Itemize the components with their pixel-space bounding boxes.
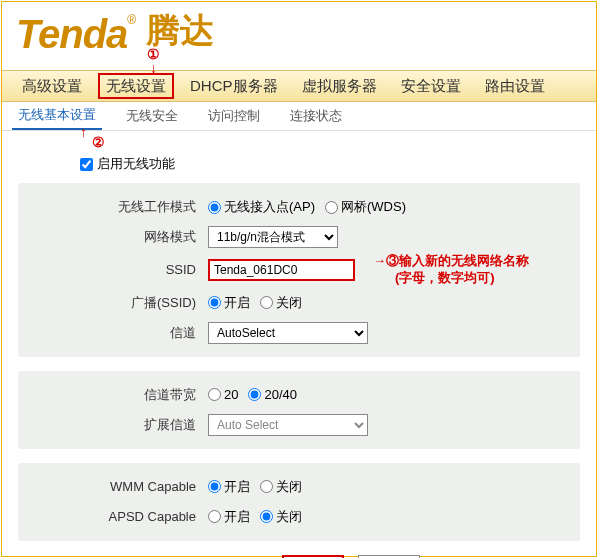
tab-advanced[interactable]: 高级设置 xyxy=(14,73,90,99)
logo-reg: ® xyxy=(127,13,136,27)
radio-wmm-on-label: 开启 xyxy=(224,478,250,496)
radio-apsd-on-label: 开启 xyxy=(224,508,250,526)
radio-wmm-on[interactable] xyxy=(208,480,221,493)
annotation-3-line1: ③输入新的无线网络名称 xyxy=(386,253,529,268)
subtab-basic[interactable]: 无线基本设置 xyxy=(12,102,102,130)
label-channel: 信道 xyxy=(18,324,208,342)
label-net-mode: 网络模式 xyxy=(18,228,208,246)
input-ssid[interactable] xyxy=(208,259,355,281)
logo-brand: Tenda xyxy=(16,12,127,56)
arrow-down-icon: ↓ xyxy=(150,60,157,76)
annotation-1: ① ↓ xyxy=(147,46,160,62)
label-ssid: SSID xyxy=(18,262,208,277)
tab-virtual-server[interactable]: 虚拟服务器 xyxy=(294,73,385,99)
tab-routing[interactable]: 路由设置 xyxy=(477,73,553,99)
radio-broadcast-on-label: 开启 xyxy=(224,294,250,312)
tab-wireless[interactable]: 无线设置 xyxy=(98,73,174,99)
label-apsd: APSD Capable xyxy=(18,509,208,524)
enable-wireless-label: 启用无线功能 xyxy=(97,155,175,173)
block-basic: 无线工作模式 无线接入点(AP) 网桥(WDS) 网络模式 11b/g/n混合模… xyxy=(18,183,580,357)
logo-area: Tenda®腾达 ① ↓ xyxy=(2,2,596,70)
subtab-security[interactable]: 无线安全 xyxy=(120,103,184,129)
radio-mode-wds[interactable] xyxy=(325,201,338,214)
sub-tabs: 无线基本设置 无线安全 访问控制 连接状态 xyxy=(2,102,596,131)
label-bandwidth: 信道带宽 xyxy=(18,386,208,404)
radio-wmm-off[interactable] xyxy=(260,480,273,493)
radio-broadcast-off[interactable] xyxy=(260,296,273,309)
block-capable: WMM Capable 开启 关闭 APSD Capable 开启 关闭 xyxy=(18,463,580,541)
enable-wireless-checkbox[interactable] xyxy=(80,158,93,171)
logo-cn: 腾达 xyxy=(146,11,214,49)
arrow-up-icon: ↑ xyxy=(80,124,87,140)
select-net-mode[interactable]: 11b/g/n混合模式 xyxy=(208,226,338,248)
label-mode: 无线工作模式 xyxy=(18,198,208,216)
subtab-status[interactable]: 连接状态 xyxy=(284,103,348,129)
radio-mode-wds-label: 网桥(WDS) xyxy=(341,198,406,216)
radio-mode-ap-label: 无线接入点(AP) xyxy=(224,198,315,216)
annotation-3-line2: (字母，数字均可) xyxy=(395,270,495,285)
radio-bw-20-label: 20 xyxy=(224,387,238,402)
annotation-2-text: ② xyxy=(92,134,105,150)
radio-broadcast-on[interactable] xyxy=(208,296,221,309)
radio-mode-ap[interactable] xyxy=(208,201,221,214)
radio-broadcast-off-label: 关闭 xyxy=(276,294,302,312)
radio-apsd-on[interactable] xyxy=(208,510,221,523)
content-area: 启用无线功能 无线工作模式 无线接入点(AP) 网桥(WDS) 网络模式 11b… xyxy=(2,131,596,558)
select-channel[interactable]: AutoSelect xyxy=(208,322,368,344)
tab-security[interactable]: 安全设置 xyxy=(393,73,469,99)
radio-bw-20[interactable] xyxy=(208,388,221,401)
tab-dhcp[interactable]: DHCP服务器 xyxy=(182,73,286,99)
radio-wmm-off-label: 关闭 xyxy=(276,478,302,496)
radio-apsd-off[interactable] xyxy=(260,510,273,523)
annotation-3: →③输入新的无线网络名称 (字母，数字均可) xyxy=(373,253,529,287)
radio-bw-2040[interactable] xyxy=(248,388,261,401)
enable-wireless-row: 启用无线功能 xyxy=(80,155,580,173)
main-tabs: 高级设置 无线设置 DHCP服务器 虚拟服务器 安全设置 路由设置 xyxy=(2,70,596,102)
subtab-access[interactable]: 访问控制 xyxy=(202,103,266,129)
label-ext-channel: 扩展信道 xyxy=(18,416,208,434)
annotation-3-arrow: → xyxy=(373,253,386,268)
radio-apsd-off-label: 关闭 xyxy=(276,508,302,526)
label-broadcast: 广播(SSID) xyxy=(18,294,208,312)
select-ext-channel[interactable]: Auto Select xyxy=(208,414,368,436)
app-frame: Tenda®腾达 ① ↓ 高级设置 无线设置 DHCP服务器 虚拟服务器 安全设… xyxy=(1,1,597,557)
block-channel: 信道带宽 20 20/40 扩展信道 Auto Select xyxy=(18,371,580,449)
label-wmm: WMM Capable xyxy=(18,479,208,494)
radio-bw-2040-label: 20/40 xyxy=(264,387,297,402)
